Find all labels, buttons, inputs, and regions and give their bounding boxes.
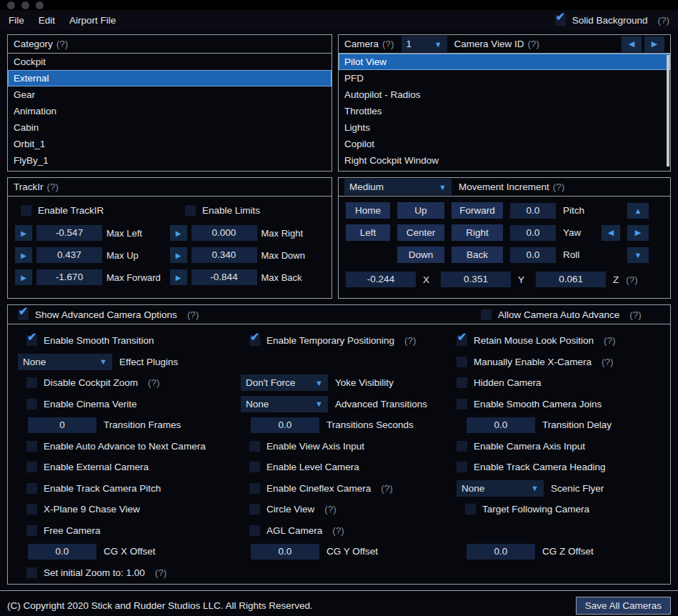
forward-button[interactable]: Forward	[452, 202, 503, 219]
scenic-flyer-dropdown[interactable]: None ▼	[457, 480, 544, 497]
max-left-field[interactable]: -0.547	[36, 225, 102, 241]
menu-edit[interactable]: Edit	[39, 15, 55, 26]
cg-x-offset-field[interactable]: 0.0	[28, 544, 96, 560]
checkbox-enable-smooth-transition[interactable]: ✔ Enable Smooth Transition	[26, 335, 154, 346]
checkbox-enable-limits[interactable]: Enable Limits	[185, 205, 260, 216]
scrollbar[interactable]	[667, 55, 669, 167]
up-button[interactable]: Up	[397, 202, 444, 219]
max-right-field[interactable]: 0.000	[191, 225, 257, 241]
list-item[interactable]: Copilot	[339, 136, 670, 152]
help-hint[interactable]: (?)	[629, 309, 642, 320]
checkbox-x-plane-9-chase-view[interactable]: X-Plane 9 Chase View	[26, 504, 140, 515]
checkbox-enable-track-camera-pitch[interactable]: Enable Track Camera Pitch	[26, 483, 161, 494]
list-item[interactable]: Animation	[8, 103, 331, 119]
effect-plugins-dropdown[interactable]: None ▼	[18, 354, 112, 370]
pitch-up-button[interactable]: ▲	[627, 203, 649, 219]
play-button[interactable]: ▶	[15, 269, 32, 285]
help-hint[interactable]: (?)	[148, 377, 160, 388]
checkbox-enable-camera-axis-input[interactable]: Enable Camera Axis Input	[457, 441, 585, 452]
save-all-cameras-button[interactable]: Save All Cameras	[576, 597, 671, 615]
list-item[interactable]: Orbit_1	[8, 136, 331, 152]
help-hint[interactable]: (?)	[47, 182, 59, 192]
help-hint[interactable]: (?)	[404, 335, 417, 346]
help-hint[interactable]: (?)	[155, 567, 167, 578]
list-item[interactable]: Lights	[339, 119, 670, 136]
z-position-field[interactable]: 0.061	[536, 272, 606, 287]
help-hint[interactable]: (?)	[658, 15, 670, 26]
movement-increment-dropdown[interactable]: Medium ▼	[344, 179, 452, 195]
transition-delay-field[interactable]: 0.0	[467, 417, 535, 433]
minimize-button[interactable]	[21, 1, 29, 9]
help-hint[interactable]: (?)	[602, 357, 614, 367]
back-button[interactable]: Back	[452, 247, 503, 263]
camera-number-dropdown[interactable]: 1 ▼	[402, 36, 447, 52]
list-item[interactable]: Throttles	[339, 103, 670, 119]
maximize-button[interactable]	[36, 1, 44, 9]
camera-prev-button[interactable]: ◀	[622, 36, 642, 52]
help-hint[interactable]: (?)	[332, 525, 344, 536]
max-forward-field[interactable]: -1.670	[36, 269, 102, 285]
pitch-field[interactable]: 0.0	[510, 203, 556, 219]
checkbox-enable-cinema-verite[interactable]: Enable Cinema Verite	[26, 399, 137, 409]
checkbox-free-camera[interactable]: Free Camera	[26, 525, 101, 536]
checkbox-manually-enable-x-camera[interactable]: Manually Enable X-Camera (?)	[457, 357, 614, 367]
camera-next-button[interactable]: ▶	[644, 36, 664, 52]
list-item[interactable]: Right Cockpit Window	[339, 152, 670, 169]
checkbox-enable-cineflex-camera[interactable]: Enable Cineflex Camera (?)	[249, 483, 393, 494]
checkbox-enable-external-camera[interactable]: Enable External Camera	[26, 462, 149, 472]
yoke-visibility-dropdown[interactable]: Don't Force ▼	[241, 374, 328, 391]
transitions-seconds-field[interactable]: 0.0	[251, 417, 319, 433]
max-up-field[interactable]: 0.437	[36, 247, 102, 263]
list-item[interactable]: FlyBy_1	[8, 152, 331, 169]
list-item-selected[interactable]: Pilot View	[339, 54, 670, 70]
list-item[interactable]: Gear	[8, 86, 331, 103]
max-back-field[interactable]: -0.844	[191, 269, 257, 285]
checkbox-enable-level-camera[interactable]: Enable Level Camera	[249, 462, 359, 472]
checkbox-enable-temporary-positioning[interactable]: ✔ Enable Temporary Positioning (?)	[249, 335, 417, 346]
checkbox-enable-track-camera-heading[interactable]: Enable Track Camera Heading	[457, 462, 606, 472]
yaw-field[interactable]: 0.0	[510, 225, 556, 241]
help-hint[interactable]: (?)	[553, 182, 565, 192]
checkbox-enable-view-axis-input[interactable]: Enable View Axis Input	[249, 441, 364, 452]
checkbox-agl-camera[interactable]: AGL Camera (?)	[249, 525, 344, 536]
play-button[interactable]: ▶	[170, 269, 187, 285]
checkbox-set-initial-zoom[interactable]: Set initial Zoom to: 1.00 (?)	[26, 567, 166, 578]
play-button[interactable]: ▶	[15, 225, 32, 241]
help-hint[interactable]: (?)	[604, 335, 616, 346]
advanced-transitions-dropdown[interactable]: None ▼	[241, 396, 328, 412]
help-hint[interactable]: (?)	[324, 504, 336, 515]
help-hint[interactable]: (?)	[528, 39, 540, 49]
cg-y-offset-field[interactable]: 0.0	[251, 544, 319, 560]
list-item-selected[interactable]: External	[8, 70, 331, 86]
x-position-field[interactable]: -0.244	[346, 272, 416, 287]
yaw-right-button[interactable]: ▶	[627, 225, 649, 241]
checkbox-solid-background[interactable]: ✔ Solid Background (?)	[555, 15, 669, 26]
checkbox-circle-view[interactable]: Circle View (?)	[249, 504, 336, 515]
list-item[interactable]: PFD	[339, 70, 670, 86]
pitch-down-button[interactable]: ▼	[627, 247, 649, 263]
play-button[interactable]: ▶	[170, 225, 187, 241]
checkbox-hidden-camera[interactable]: Hidden Camera	[457, 377, 542, 388]
checkbox-target-following-camera[interactable]: Target Following Camera	[465, 504, 589, 515]
list-item[interactable]: Cabin	[8, 119, 331, 136]
help-hint[interactable]: (?)	[56, 39, 69, 49]
yaw-left-button[interactable]: ◀	[602, 225, 620, 241]
close-button[interactable]	[7, 1, 15, 9]
checkbox-enable-smooth-camera-joins[interactable]: Enable Smooth Camera Joins	[457, 399, 602, 409]
right-button[interactable]: Right	[452, 224, 503, 241]
checkbox-disable-cockpit-zoom[interactable]: Disable Cockpit Zoom (?)	[26, 377, 160, 388]
checkbox-allow-camera-auto-advance[interactable]: Allow Camera Auto Advance (?)	[481, 309, 642, 320]
checkbox-retain-mouse-look-position[interactable]: ✔ Retain Mouse Look Position (?)	[457, 335, 616, 346]
transition-frames-field[interactable]: 0	[28, 417, 96, 433]
y-position-field[interactable]: 0.351	[441, 272, 511, 287]
cg-z-offset-field[interactable]: 0.0	[467, 544, 535, 560]
list-item[interactable]: Autopilot - Radios	[339, 86, 670, 103]
play-button[interactable]: ▶	[170, 247, 187, 263]
left-button[interactable]: Left	[346, 224, 390, 241]
home-button[interactable]: Home	[346, 202, 390, 219]
checkbox-enable-auto-advance-to-next-camera[interactable]: Enable Auto Advance to Next Camera	[26, 441, 206, 452]
checkbox-enable-trackir[interactable]: Enable TrackIR	[21, 205, 185, 216]
help-hint[interactable]: (?)	[382, 39, 394, 49]
play-button[interactable]: ▶	[15, 247, 32, 263]
center-button[interactable]: Center	[397, 224, 444, 241]
